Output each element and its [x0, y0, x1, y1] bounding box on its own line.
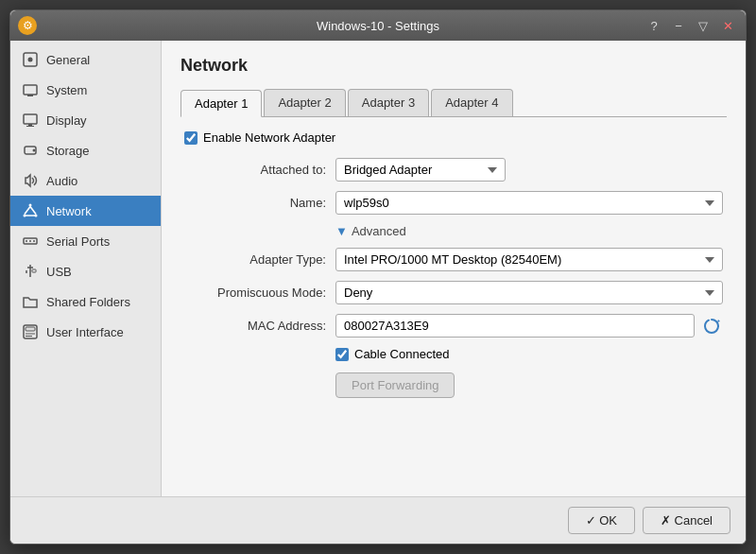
- svg-rect-6: [26, 126, 34, 127]
- svg-rect-3: [27, 95, 33, 96]
- name-row: Name: wlp59s0: [184, 191, 723, 215]
- attached-to-row: Attached to: NAT Bridged Adapter Interna…: [184, 158, 723, 182]
- footer: ✓ OK ✗ Cancel: [10, 496, 746, 544]
- sidebar-label-audio: Audio: [46, 174, 77, 188]
- cable-connected-label: Cable Connected: [354, 347, 449, 361]
- adapter-tabs: Adapter 1 Adapter 2 Adapter 3 Adapter 4: [180, 89, 727, 117]
- sidebar-item-display[interactable]: Display: [10, 105, 161, 135]
- enable-adapter-label: Enable Network Adapter: [203, 130, 335, 145]
- svg-point-9: [29, 204, 32, 207]
- sidebar-label-serial-ports: Serial Ports: [46, 234, 110, 249]
- tab-adapter-2[interactable]: Adapter 2: [264, 89, 345, 116]
- adapter-form: Enable Network Adapter Attached to: NAT …: [180, 130, 727, 398]
- promiscuous-mode-select[interactable]: Deny Allow VMs Allow All: [335, 281, 723, 304]
- titlebar-controls: ? − ▽ ✕: [644, 15, 738, 36]
- svg-rect-5: [28, 124, 32, 126]
- tab-adapter-4[interactable]: Adapter 4: [431, 89, 512, 116]
- ok-button[interactable]: ✓ OK: [568, 507, 635, 534]
- svg-point-18: [33, 240, 35, 242]
- serial-icon: [22, 233, 39, 250]
- name-select[interactable]: wlp59s0: [335, 191, 723, 215]
- promiscuous-mode-value: Deny Allow VMs Allow All: [335, 281, 723, 304]
- mac-row: [335, 314, 723, 338]
- minimize-button[interactable]: −: [668, 15, 689, 36]
- mac-refresh-button[interactable]: [700, 315, 723, 338]
- shared-folders-icon: [22, 293, 39, 310]
- svg-line-13: [30, 207, 36, 215]
- advanced-label: Advanced: [352, 224, 406, 238]
- page-title: Network: [180, 56, 727, 76]
- sidebar-item-network[interactable]: Network: [10, 196, 161, 226]
- svg-rect-24: [26, 327, 35, 331]
- usb-icon: [22, 263, 39, 280]
- sidebar-item-user-interface[interactable]: User Interface: [10, 317, 161, 347]
- svg-point-16: [26, 240, 27, 242]
- advanced-toggle[interactable]: ▼ Advanced: [335, 224, 723, 238]
- svg-rect-2: [24, 85, 37, 95]
- advanced-chevron-icon: ▼: [335, 224, 348, 238]
- general-icon: [22, 51, 39, 68]
- sidebar-item-storage[interactable]: Storage: [10, 135, 161, 165]
- storage-icon: [22, 142, 39, 159]
- enable-network-adapter-checkbox[interactable]: [184, 131, 198, 145]
- sidebar-label-user-interface: User Interface: [46, 325, 124, 339]
- svg-point-17: [29, 240, 31, 242]
- mac-address-input[interactable]: [335, 314, 695, 338]
- sidebar-item-usb[interactable]: USB: [10, 256, 161, 286]
- tab-adapter-3[interactable]: Adapter 3: [348, 89, 429, 116]
- system-icon: [22, 81, 39, 98]
- adapter-type-select[interactable]: Intel PRO/1000 MT Desktop (82540EM): [335, 248, 723, 271]
- name-label: Name:: [184, 196, 335, 210]
- sidebar-label-network: Network: [46, 204, 92, 218]
- sidebar-label-general: General: [46, 53, 90, 67]
- svg-point-8: [33, 149, 36, 152]
- adapter-type-label: Adapter Type:: [184, 252, 335, 267]
- main-content: Network Adapter 1 Adapter 2 Adapter 3 Ad…: [162, 41, 746, 496]
- network-icon: [22, 202, 39, 219]
- svg-line-12: [25, 207, 30, 215]
- sidebar-label-shared-folders: Shared Folders: [46, 295, 130, 309]
- attached-to-value: NAT Bridged Adapter Internal Network Hos…: [335, 158, 723, 182]
- settings-window: ⚙ Windows-10 - Settings ? − ▽ ✕ General: [9, 9, 747, 545]
- mac-address-value: [335, 314, 723, 338]
- svg-rect-21: [32, 269, 36, 272]
- sidebar-item-serial-ports[interactable]: Serial Ports: [10, 226, 161, 256]
- port-forwarding-button[interactable]: Port Forwarding: [335, 372, 455, 398]
- sidebar: General System: [10, 41, 162, 496]
- name-value: wlp59s0: [335, 191, 723, 215]
- adapter-type-value: Intel PRO/1000 MT Desktop (82540EM): [335, 248, 723, 271]
- mac-address-label: MAC Address:: [184, 319, 335, 333]
- attached-to-select[interactable]: NAT Bridged Adapter Internal Network Hos…: [335, 158, 506, 182]
- adapter-type-row: Adapter Type: Intel PRO/1000 MT Desktop …: [184, 248, 723, 271]
- cable-connected-row: Cable Connected: [335, 347, 723, 361]
- sidebar-item-system[interactable]: System: [10, 75, 161, 105]
- user-interface-icon: [22, 323, 39, 340]
- sidebar-label-usb: USB: [46, 265, 72, 279]
- sidebar-label-storage: Storage: [46, 144, 90, 158]
- svg-point-1: [28, 58, 33, 62]
- sidebar-label-system: System: [46, 83, 87, 97]
- enable-adapter-row: Enable Network Adapter: [184, 130, 723, 145]
- mac-address-row: MAC Address:: [184, 314, 723, 338]
- svg-rect-4: [24, 114, 37, 124]
- titlebar: ⚙ Windows-10 - Settings ? − ▽ ✕: [10, 10, 746, 41]
- close-button[interactable]: ✕: [717, 15, 738, 36]
- audio-icon: [22, 172, 39, 189]
- sidebar-label-display: Display: [46, 113, 87, 128]
- display-icon: [22, 112, 39, 129]
- content-area: General System: [10, 41, 746, 496]
- help-button[interactable]: ?: [644, 15, 664, 36]
- tab-adapter-1[interactable]: Adapter 1: [180, 90, 262, 117]
- promiscuous-mode-row: Promiscuous Mode: Deny Allow VMs Allow A…: [184, 281, 723, 304]
- maximize-button[interactable]: ▽: [693, 15, 713, 36]
- cancel-button[interactable]: ✗ Cancel: [643, 507, 730, 534]
- sidebar-item-audio[interactable]: Audio: [10, 165, 161, 196]
- sidebar-item-shared-folders[interactable]: Shared Folders: [10, 286, 161, 317]
- attached-to-label: Attached to:: [184, 163, 335, 177]
- sidebar-item-general[interactable]: General: [10, 44, 161, 75]
- cable-connected-checkbox[interactable]: [335, 348, 349, 361]
- port-forwarding-row: Port Forwarding: [335, 372, 723, 398]
- promiscuous-mode-label: Promiscuous Mode:: [184, 286, 335, 300]
- titlebar-left: ⚙: [18, 16, 37, 35]
- app-icon: ⚙: [18, 16, 37, 35]
